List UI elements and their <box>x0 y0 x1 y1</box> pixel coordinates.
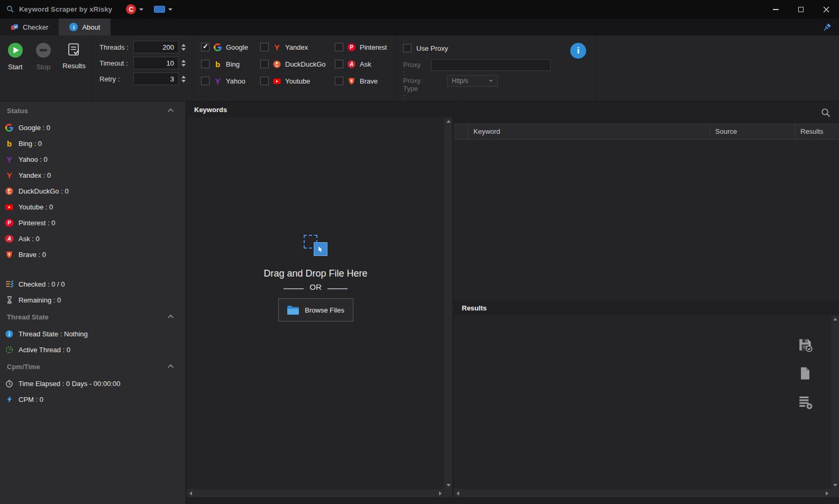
add-to-list-button[interactable] <box>797 393 814 410</box>
yandex-checkbox[interactable] <box>260 43 269 51</box>
timeout-input[interactable] <box>133 57 179 69</box>
scroll-up-icon[interactable] <box>833 318 837 320</box>
proxy-type-select[interactable]: Http/s <box>447 75 498 87</box>
main-area: Status Google : 0 b Bing : 0 Y Yahoo : 0… <box>0 102 839 504</box>
google-checkbox[interactable] <box>201 43 209 51</box>
status-item-cpm: CPM : 0 <box>0 391 185 407</box>
tab-checker[interactable]: Checker <box>0 19 59 35</box>
status-section-header[interactable]: Status <box>0 102 185 120</box>
step-up-icon[interactable] <box>181 60 186 62</box>
dropdown-caret-icon <box>489 80 493 84</box>
engine-brave[interactable]: Brave <box>335 77 393 85</box>
yandex-icon: Y <box>5 171 14 179</box>
engine-ask[interactable]: A Ask <box>335 60 393 68</box>
or-divider: OR <box>284 282 348 291</box>
toolbar-separator <box>397 36 397 100</box>
proxy-input[interactable] <box>431 59 551 71</box>
start-button[interactable]: Start <box>4 42 27 71</box>
engine-duckduckgo[interactable]: DuckDuckGo <box>260 60 335 68</box>
toolbar-info-button[interactable]: i <box>570 43 586 59</box>
stop-button[interactable]: Stop <box>32 42 55 71</box>
flag-menu-caret-icon[interactable] <box>168 8 172 13</box>
cpm-section-header[interactable]: Cpm/Time <box>0 358 185 375</box>
lightning-icon <box>5 396 14 403</box>
save-results-button[interactable] <box>797 336 814 353</box>
step-up-icon[interactable] <box>181 76 186 78</box>
browse-files-button[interactable]: Browse Files <box>278 298 353 322</box>
language-flag-icon[interactable] <box>154 6 165 13</box>
column-header-results[interactable]: Results <box>795 124 839 139</box>
tab-about[interactable]: i About <box>59 19 111 35</box>
status-item-active-thread: Active Thread : 0 <box>0 342 185 358</box>
scroll-left-icon[interactable] <box>189 491 192 496</box>
duckduckgo-checkbox[interactable] <box>260 60 269 68</box>
scroll-down-icon[interactable] <box>833 484 837 487</box>
results-output-area <box>454 315 839 497</box>
minimize-button[interactable] <box>763 0 788 19</box>
engine-google[interactable]: Google <box>201 43 260 51</box>
status-item-duckduckgo: DuckDuckGo : 0 <box>0 183 185 199</box>
retry-input[interactable] <box>133 72 179 85</box>
start-icon <box>7 42 23 58</box>
logo-menu-caret-icon[interactable] <box>139 8 143 13</box>
engine-label: Youtube <box>285 77 310 85</box>
retry-stepper[interactable] <box>181 76 186 83</box>
results-button[interactable]: Results <box>60 42 88 70</box>
ask-checkbox[interactable] <box>335 60 343 68</box>
results-horizontal-scrollbar[interactable] <box>454 489 831 497</box>
toolbar: Start Stop Results Threads : Timeout : R… <box>0 35 839 102</box>
bing-checkbox[interactable] <box>201 60 209 68</box>
use-proxy-checkbox[interactable] <box>403 44 412 52</box>
brave-checkbox[interactable] <box>335 77 343 85</box>
step-down-icon[interactable] <box>181 48 186 51</box>
yahoo-checkbox[interactable] <box>201 77 209 85</box>
timeout-stepper[interactable] <box>181 60 186 67</box>
results-vertical-scrollbar[interactable] <box>831 315 839 489</box>
pin-toolbar-area <box>823 19 839 35</box>
pinterest-checkbox[interactable] <box>335 43 343 51</box>
results-section-header: Results <box>454 300 839 315</box>
column-header-source[interactable]: Source <box>710 124 795 139</box>
scroll-right-icon[interactable] <box>439 491 442 496</box>
collapse-chevron-icon <box>168 108 174 114</box>
step-down-icon[interactable] <box>181 64 186 67</box>
search-icon[interactable] <box>821 108 831 117</box>
engine-yahoo[interactable]: Y Yahoo <box>201 77 260 85</box>
xrisky-logo-icon[interactable]: C <box>126 4 136 14</box>
retry-row: Retry : <box>99 72 186 85</box>
row-selector-column-header[interactable] <box>454 124 468 139</box>
status-section-title: Status <box>7 107 28 115</box>
engine-pinterest[interactable]: P Pinterest <box>335 43 393 51</box>
keywords-horizontal-scrollbar[interactable] <box>187 489 444 497</box>
step-up-icon[interactable] <box>181 44 186 47</box>
save-icon <box>798 337 813 352</box>
scroll-right-icon[interactable] <box>826 491 828 496</box>
scroll-up-icon[interactable] <box>446 120 451 123</box>
use-proxy-option[interactable]: Use Proxy <box>403 44 488 52</box>
status-item-remaining: Remaining : 0 <box>0 292 185 308</box>
threads-stepper[interactable] <box>181 44 186 51</box>
threads-input[interactable] <box>133 41 179 53</box>
column-header-keyword[interactable]: Keyword <box>468 124 710 139</box>
checked-list-icon <box>5 280 14 288</box>
threads-label: Threads : <box>99 43 133 51</box>
youtube-checkbox[interactable] <box>260 77 269 85</box>
scroll-down-icon[interactable] <box>446 484 451 487</box>
maximize-button[interactable] <box>788 0 814 19</box>
engine-youtube[interactable]: Youtube <box>260 77 335 85</box>
youtube-icon <box>5 203 14 211</box>
stop-icon <box>35 42 51 58</box>
thread-state-section-header[interactable]: Thread State <box>0 308 185 326</box>
pin-icon[interactable] <box>823 23 832 31</box>
engine-bing[interactable]: b Bing <box>201 60 260 68</box>
export-document-button[interactable] <box>797 365 814 382</box>
proxy-type-value: Http/s <box>452 77 468 85</box>
step-down-icon[interactable] <box>181 80 186 83</box>
scroll-left-icon[interactable] <box>457 491 459 496</box>
status-text: Checked : 0 / 0 <box>19 280 65 288</box>
pinterest-icon: P <box>5 219 14 227</box>
keywords-vertical-scrollbar[interactable] <box>444 117 452 489</box>
file-dropzone[interactable]: Drag and Drop File Here OR Browse Files <box>187 117 444 489</box>
close-button[interactable] <box>814 0 839 19</box>
engine-yandex[interactable]: Y Yandex <box>260 43 335 51</box>
